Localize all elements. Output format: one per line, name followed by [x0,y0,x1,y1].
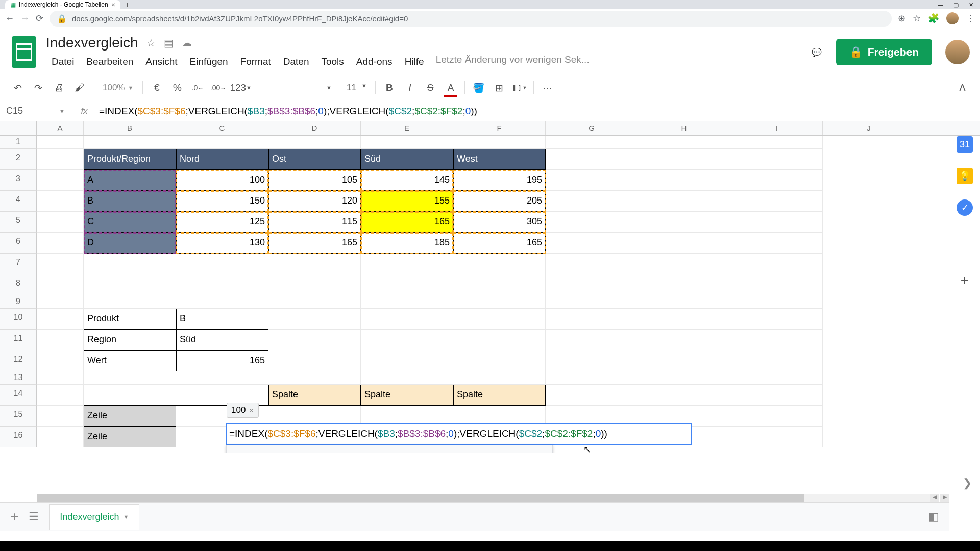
col-header-g[interactable]: G [546,121,638,135]
formula-bar[interactable]: =INDEX($C$3:$F$6;VERGLEICH($B3;$B$3:$B$6… [97,103,479,119]
cell[interactable] [361,136,453,149]
cell[interactable] [176,371,268,385]
cell[interactable] [37,385,84,406]
row-header-10[interactable]: 10 [0,309,37,330]
cell-b4[interactable]: B [84,191,176,212]
cell[interactable] [453,371,546,385]
zoom-selector[interactable]: 100% ▼ [99,81,137,95]
sheet-menu-icon[interactable]: ▼ [123,514,129,520]
cell[interactable] [638,136,730,149]
cell[interactable] [730,274,823,295]
cell[interactable] [638,350,730,371]
row-header-3[interactable]: 3 [0,170,37,191]
cell[interactable] [730,191,823,212]
comment-history-icon[interactable]: 💬 [805,41,828,63]
horizontal-scrollbar[interactable] [37,494,939,502]
cell[interactable] [37,233,84,254]
cell-e3[interactable]: 145 [361,170,453,191]
cell[interactable] [37,350,84,371]
cell[interactable] [638,385,730,406]
cell-f2[interactable]: West [453,149,546,170]
cell[interactable] [453,309,546,330]
cell[interactable] [84,371,176,385]
menu-view[interactable]: Ansicht [140,54,183,69]
cell[interactable] [730,385,823,406]
cell[interactable] [453,274,546,295]
cell[interactable] [546,274,638,295]
add-sheet-button[interactable]: + [10,509,18,525]
cell[interactable] [84,136,176,149]
bookmark-icon[interactable]: ☆ [913,13,921,24]
collapse-toolbar-icon[interactable]: ᐱ [953,79,971,96]
cell-b5[interactable]: C [84,212,176,233]
cell[interactable] [361,371,453,385]
cell[interactable] [546,371,638,385]
row-header-11[interactable]: 11 [0,330,37,350]
cell[interactable] [730,406,823,427]
cell[interactable] [546,136,638,149]
cell[interactable] [37,136,84,149]
col-header-e[interactable]: E [361,121,453,135]
select-all-corner[interactable] [0,121,37,135]
menu-file[interactable]: Datei [46,54,80,69]
cell[interactable] [361,350,453,371]
cell-d3[interactable]: 105 [268,170,361,191]
cell[interactable] [638,330,730,350]
cell[interactable] [638,233,730,254]
number-format[interactable]: 123 ▼ [230,79,252,96]
cell-b6[interactable]: D [84,233,176,254]
cell[interactable] [37,149,84,170]
inline-formula-editor[interactable]: =INDEX($C$3:$F$6;VERGLEICH($B3;$B$3:$B$6… [226,423,692,445]
cell[interactable] [268,330,361,350]
cell[interactable] [546,330,638,350]
cell-d6[interactable]: 165 [268,233,361,254]
cell[interactable] [638,254,730,274]
cell[interactable] [176,274,268,295]
new-tab-button[interactable]: + [126,1,130,9]
extensions-icon[interactable]: 🧩 [928,13,939,24]
cell-b14[interactable] [84,385,176,406]
redo-icon[interactable]: ↷ [30,79,47,96]
cell[interactable] [37,295,84,309]
decimal-decrease[interactable]: .0← [189,79,206,96]
menu-insert[interactable]: Einfügen [184,54,234,69]
address-bar[interactable]: 🔒 docs.google.com/spreadsheets/d/1b2ivdA… [50,11,892,27]
cell-c6[interactable]: 130 [176,233,268,254]
back-icon[interactable]: ← [5,13,14,24]
row-header-16[interactable]: 16 [0,427,37,447]
cell[interactable] [638,212,730,233]
share-button[interactable]: 🔒 Freigeben [836,39,932,65]
row-header-5[interactable]: 5 [0,212,37,233]
cell[interactable] [268,295,361,309]
row-header-1[interactable]: 1 [0,136,37,149]
cell-d14[interactable]: Spalte [268,385,361,406]
addons-sidebar-icon[interactable]: + [961,272,969,288]
cell-f14[interactable]: Spalte [453,385,546,406]
cell-b15[interactable]: Zeile [84,406,176,427]
cell[interactable] [638,309,730,330]
cell[interactable] [730,254,823,274]
cell[interactable] [37,274,84,295]
cell[interactable] [730,309,823,330]
cell[interactable] [730,149,823,170]
cell[interactable] [453,295,546,309]
cell[interactable] [546,254,638,274]
paint-format-icon[interactable]: 🖌 [70,79,88,96]
cell-c12[interactable]: 165 [176,350,268,371]
cell[interactable] [84,254,176,274]
cell-c2[interactable]: Nord [176,149,268,170]
cell[interactable] [361,330,453,350]
cell[interactable] [730,371,823,385]
cell[interactable] [37,254,84,274]
cell-e5[interactable]: 165 [361,212,453,233]
all-sheets-icon[interactable]: ☰ [29,510,39,523]
currency-button[interactable]: € [148,79,165,96]
sheet-tab[interactable]: Indexvergleich ▼ [49,504,139,530]
cell-f5[interactable]: 305 [453,212,546,233]
cell[interactable] [546,350,638,371]
cell-b10[interactable]: Produkt [84,309,176,330]
cell[interactable] [730,233,823,254]
col-header-i[interactable]: I [730,121,823,135]
cell[interactable] [730,350,823,371]
cell-d2[interactable]: Ost [268,149,361,170]
